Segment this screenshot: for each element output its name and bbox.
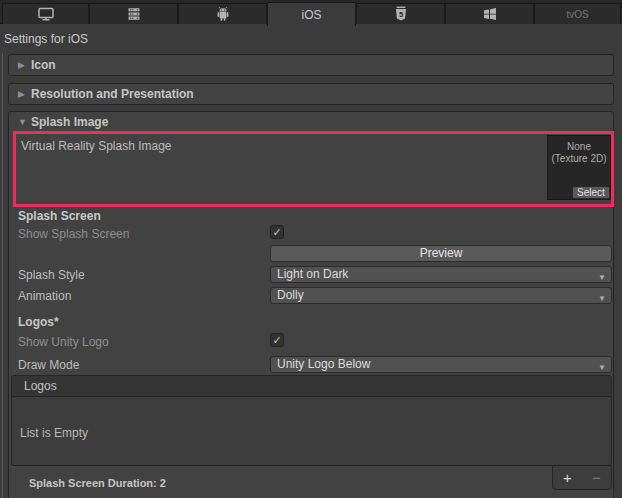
draw-mode-value: Unity Logo Below [277,357,370,371]
logos-group-header: Logos* [18,315,59,329]
html5-icon: 5 [393,6,409,22]
show-splash-screen-checkbox[interactable]: ✓ [270,225,284,239]
dropdown-arrow-icon: ▼ [598,360,606,375]
animation-dropdown[interactable]: Dolly ▼ [270,287,612,304]
dropdown-arrow-icon: ▼ [598,291,606,306]
logos-list-empty-text: List is Empty [20,426,88,440]
draw-mode-dropdown[interactable]: Unity Logo Below ▼ [270,356,612,373]
logos-list-header: Logos [12,376,611,397]
player-settings-panel: iOS 5 tvOS Settings for iOS [0,0,622,498]
foldout-collapsed-icon: ▶ [18,84,31,104]
animation-label: Animation [18,289,71,303]
monitor-icon [37,6,55,22]
add-logo-button[interactable]: + [556,468,580,488]
texture-value-line2: (Texture 2D) [548,153,610,165]
texture-value-line1: None [548,141,610,153]
foldout-expanded-icon: ▼ [18,112,31,132]
splash-duration: Splash Screen Duration: 2 [29,477,166,489]
tab-webgl[interactable]: 5 [356,3,445,24]
section-resolution: ▶ Resolution and Presentation [8,83,614,105]
splash-style-value: Light on Dark [277,267,348,281]
section-splash-image-header[interactable]: ▼ Splash Image [9,112,613,132]
tab-android[interactable] [178,3,267,24]
vr-splash-label: Virtual Reality Splash Image [21,139,172,153]
tab-ios[interactable]: iOS [267,2,356,26]
texture-select-button[interactable]: Select [572,186,610,199]
splash-style-label: Splash Style [18,268,85,282]
splash-screen-group-header: Splash Screen [18,209,101,223]
animation-value: Dolly [277,288,304,302]
android-icon [215,6,231,22]
section-resolution-header[interactable]: ▶ Resolution and Presentation [9,84,613,104]
logos-list: Logos [11,375,612,466]
section-icon-label: Icon [31,58,56,72]
section-icon: ▶ Icon [8,54,614,76]
tab-ios-label: iOS [301,8,321,22]
logos-list-footer: + − [552,465,612,490]
tab-windows[interactable] [445,3,534,24]
checkmark-icon: ✓ [272,226,281,238]
show-unity-logo-label: Show Unity Logo [18,335,109,349]
tab-dedicated-server[interactable] [89,3,178,24]
show-splash-screen-label: Show Splash Screen [18,227,129,241]
foldout-collapsed-icon: ▶ [18,55,31,75]
checkmark-icon: ✓ [272,334,281,346]
section-splash-image-label: Splash Image [31,115,108,129]
section-resolution-label: Resolution and Presentation [31,87,194,101]
tab-tvos[interactable]: tvOS [534,3,621,24]
dropdown-arrow-icon: ▼ [598,270,606,285]
server-icon [126,6,142,22]
splash-style-dropdown[interactable]: Light on Dark ▼ [270,266,612,283]
tab-tvos-label: tvOS [566,9,588,20]
windows-icon [482,6,498,22]
draw-mode-label: Draw Mode [18,358,79,372]
section-icon-header[interactable]: ▶ Icon [9,55,613,75]
preview-button[interactable]: Preview [270,245,612,262]
inspector-left-edge [2,53,3,498]
splash-duration-value: 2 [160,477,166,489]
tab-standalone[interactable] [2,3,89,24]
svg-text:5: 5 [398,10,402,19]
show-unity-logo-checkbox[interactable]: ✓ [270,333,284,347]
splash-duration-label: Splash Screen Duration: [29,477,157,489]
remove-logo-button[interactable]: − [585,468,609,488]
page-title: Settings for iOS [4,32,88,46]
